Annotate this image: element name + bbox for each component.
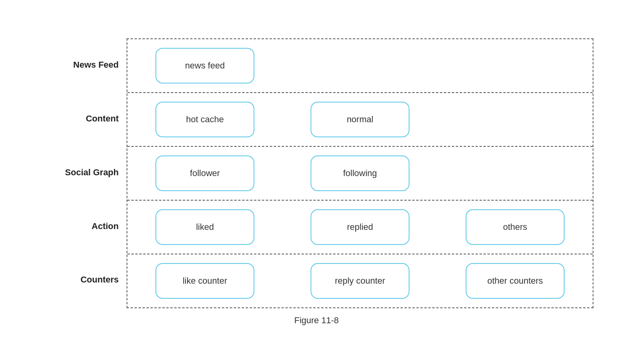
- grid-cell-2-1: following: [282, 147, 438, 200]
- row-label-content: Content: [40, 92, 127, 146]
- grid-cell-1-2: [438, 93, 593, 146]
- row-label-counters: Counters: [40, 254, 127, 307]
- box-following: following: [311, 155, 409, 191]
- box-like-counter: like counter: [155, 263, 254, 299]
- grid-cell-4-0: like counter: [127, 254, 282, 307]
- box-hot-cache: hot cache: [155, 102, 254, 137]
- grid-cell-0-1: [282, 39, 438, 92]
- diagram-container: News FeedContentSocial GraphActionCounte…: [40, 38, 593, 308]
- grid-row-2: followerfollowing: [127, 147, 593, 201]
- grid-row-4: like counterreply counterother counters: [127, 254, 593, 307]
- grid-row-3: likedrepliedothers: [127, 201, 593, 254]
- grid-cell-0-2: [438, 39, 593, 92]
- box-news-feed: news feed: [155, 48, 254, 83]
- box-other-counters: other counters: [466, 263, 565, 299]
- row-label-news-feed: News Feed: [40, 38, 127, 92]
- grid-cell-3-1: replied: [282, 201, 438, 254]
- row-label-social-graph: Social Graph: [40, 146, 127, 200]
- grid-cell-4-2: other counters: [438, 254, 593, 307]
- diagram-wrapper: News FeedContentSocial GraphActionCounte…: [40, 38, 593, 326]
- row-label-action: Action: [40, 200, 127, 254]
- grid-row-0: news feed: [127, 39, 593, 93]
- grid-outer: news feedhot cachenormalfollowerfollowin…: [127, 38, 593, 308]
- box-others: others: [466, 209, 565, 245]
- grid-cell-1-1: normal: [282, 93, 438, 146]
- figure-caption: Figure 11-8: [294, 315, 339, 326]
- grid-row-1: hot cachenormal: [127, 93, 593, 147]
- box-normal: normal: [311, 102, 409, 137]
- grid-cell-2-0: follower: [127, 147, 282, 200]
- box-replied: replied: [311, 209, 409, 245]
- box-follower: follower: [155, 155, 254, 191]
- grid-cell-3-2: others: [438, 201, 593, 254]
- grid-cell-2-2: [438, 147, 593, 200]
- grid-cell-0-0: news feed: [127, 39, 282, 92]
- grid-cell-1-0: hot cache: [127, 93, 282, 146]
- grid-cell-4-1: reply counter: [282, 254, 438, 307]
- box-liked: liked: [155, 209, 254, 245]
- box-reply-counter: reply counter: [311, 263, 409, 299]
- grid-cell-3-0: liked: [127, 201, 282, 254]
- labels-column: News FeedContentSocial GraphActionCounte…: [40, 38, 127, 308]
